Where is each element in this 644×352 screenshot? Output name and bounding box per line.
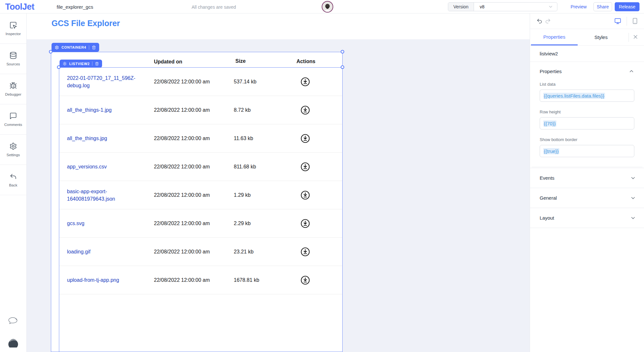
column-header-actions: Actions [297,59,316,64]
file-size: 1.29 kb [234,192,251,198]
app-canvas[interactable]: GCS File Explorer CONTAINER4 Updated on … [27,14,530,352]
left-sidebar: Inspector Sources Debugger Comments Sett… [0,14,27,352]
chevron-down-icon [548,4,553,9]
undo-button[interactable] [536,18,543,25]
file-size: 811.68 kb [234,164,256,170]
file-link[interactable]: gcs.svg [67,220,144,227]
accordion-layout[interactable]: Layout [530,208,644,228]
gear-icon[interactable] [55,45,59,50]
file-row: 2022-01-07T20_17_11_596Z-debug.log 22/08… [59,68,342,96]
file-link[interactable]: loading.gif [67,248,144,255]
share-button[interactable]: Share [593,2,612,11]
container4-badge[interactable]: CONTAINER4 [52,43,99,52]
download-icon [300,134,310,143]
accordion-group: Events General Layout [530,168,644,228]
file-link[interactable]: all_the_things-1.jpg [67,106,144,114]
chat-bubble-button[interactable] [7,317,18,328]
sidebar-item-comments[interactable]: Comments [0,104,26,135]
download-button[interactable] [300,275,310,285]
download-button[interactable] [300,134,310,143]
app-title-text[interactable]: GCS File Explorer [52,19,120,28]
file-updated-on: 22/08/2022 12:00:00 am [154,164,210,170]
row-height-value: {{70}} [543,120,556,127]
release-button[interactable]: Release [615,2,639,11]
download-icon [300,247,310,257]
file-size: 1678.81 kb [234,277,259,283]
gear-icon [9,142,17,150]
tab-styles[interactable]: Styles [578,29,624,45]
desktop-view-button[interactable] [614,18,621,26]
listview-resize-handle[interactable] [341,65,344,69]
sidebar-item-debugger[interactable]: Debugger [0,74,26,104]
panel-toolbar [530,14,644,29]
chevron-up-icon[interactable] [629,68,634,74]
accordion-layout-label: Layout [540,215,554,221]
gear-icon[interactable] [63,62,67,66]
download-button[interactable] [300,162,310,172]
chevron-down-icon [630,175,636,181]
column-header-updated-on: Updated on [154,59,182,65]
file-row: app_versions.csv 22/08/2022 12:00:00 am … [59,153,342,181]
tooljet-logo[interactable]: ToolJet [5,2,34,12]
file-list: 2022-01-07T20_17_11_596Z-debug.log 22/08… [59,68,342,294]
accordion-events[interactable]: Events [530,168,644,188]
properties-section: Properties List data {{queries.listFiles… [532,62,642,167]
container-resize-handle[interactable] [341,50,344,53]
chat-bubble-icon [7,317,18,326]
file-size: 11.63 kb [234,136,253,141]
file-updated-on: 22/08/2022 12:00:00 am [154,192,210,198]
download-button[interactable] [300,190,310,200]
bug-icon [9,82,17,90]
file-link[interactable]: basic-app-export-1640081979643.json [67,187,144,202]
container-resize-handle[interactable] [49,50,52,53]
trash-icon[interactable] [95,62,99,66]
app-name[interactable]: file_explorer_gcs [57,4,93,10]
row-height-input[interactable]: {{70}} [540,117,634,129]
sidebar-item-sources[interactable]: Sources [0,44,26,74]
preview-button[interactable]: Preview [571,4,587,9]
panel-tabs: Properties Styles [530,29,644,46]
sidebar-item-label: Sources [6,62,20,66]
download-button[interactable] [300,247,310,257]
sidebar-item-back[interactable]: Back [0,165,26,195]
redo-button[interactable] [545,18,551,25]
accordion-general[interactable]: General [530,188,644,208]
version-select[interactable]: Version v8 [448,2,557,11]
file-updated-on: 22/08/2022 12:00:00 am [154,249,210,255]
avatar[interactable] [322,1,333,13]
tabs-divider [629,33,629,42]
download-button[interactable] [300,105,310,115]
sidebar-item-settings[interactable]: Settings [0,135,26,165]
sidebar-item-inspector[interactable]: Inspector [0,14,26,44]
file-updated-on: 22/08/2022 12:00:00 am [154,277,210,283]
file-link[interactable]: 2022-01-07T20_17_11_596Z-debug.log [67,74,144,89]
file-row: upload-from-tj-app.png 22/08/2022 12:00:… [59,266,342,294]
list-data-input[interactable]: {{queries.listFiles.data.files}} [540,90,634,102]
chevron-down-icon [630,195,636,201]
inspect-icon [9,21,17,29]
version-label: Version [448,3,474,11]
list-data-label: List data [540,82,634,87]
show-bottom-border-input[interactable]: {{true}} [540,145,634,157]
file-link[interactable]: upload-from-tj-app.png [67,276,144,284]
listview-resize-handle[interactable] [57,65,61,69]
file-link[interactable]: all_the_things.jpg [67,135,144,142]
file-updated-on: 22/08/2022 12:00:00 am [154,221,210,226]
tab-properties[interactable]: Properties [531,29,578,45]
download-icon [300,162,310,172]
trash-icon[interactable] [92,45,96,50]
container4-badge-label: CONTAINER4 [62,45,86,49]
dark-mode-toggle[interactable] [8,337,19,349]
close-icon [632,34,639,40]
person-silhouette-icon [323,3,332,13]
download-button[interactable] [300,219,310,228]
database-icon [9,52,17,59]
close-panel-button[interactable] [632,34,639,41]
download-button[interactable] [300,77,310,87]
listview2-widget[interactable]: 2022-01-07T20_17_11_596Z-debug.log 22/08… [59,67,343,352]
file-link[interactable]: app_versions.csv [67,163,144,170]
mobile-view-button[interactable] [632,18,638,25]
chevron-down-icon [630,215,636,221]
listview2-badge[interactable]: LISTVIEW2 [60,60,102,68]
download-icon [300,105,310,115]
